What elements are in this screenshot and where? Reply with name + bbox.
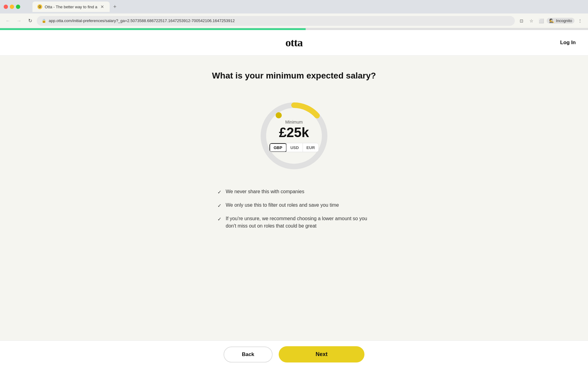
incognito-badge: 🕵 Incognito bbox=[547, 18, 575, 24]
cast-icon[interactable]: ⊡ bbox=[517, 17, 526, 25]
dial-center: Minimum £25k GBP USD EUR bbox=[269, 120, 319, 152]
incognito-label: Incognito bbox=[556, 18, 572, 23]
new-tab-button[interactable]: + bbox=[110, 2, 120, 12]
page-title: What is your minimum expected salary? bbox=[212, 71, 376, 81]
check-icon-2: ✓ bbox=[217, 202, 221, 209]
tab-bar: O Otta - The better way to find a ✕ + bbox=[29, 2, 123, 12]
dial-handle bbox=[276, 112, 282, 118]
dial-label: Minimum bbox=[269, 120, 319, 125]
checklist-text-1: We never share this with companies bbox=[226, 188, 304, 195]
browser-chrome: O Otta - The better way to find a ✕ + ← … bbox=[0, 0, 588, 28]
checklist-text-3: If you're unsure, we recommend choosing … bbox=[226, 215, 371, 230]
checklist: ✓ We never share this with companies ✓ W… bbox=[217, 188, 371, 230]
main-content: What is your minimum expected salary? Mi… bbox=[0, 56, 588, 285]
salary-dial[interactable]: Minimum £25k GBP USD EUR bbox=[254, 96, 334, 176]
dial-value: £25k bbox=[269, 126, 319, 139]
checklist-text-2: We only use this to filter out roles and… bbox=[226, 201, 339, 209]
close-window-button[interactable] bbox=[4, 5, 8, 9]
bottom-nav: Back Next bbox=[0, 340, 588, 368]
url-text: app.otta.com/initial-preferences/salary?… bbox=[49, 18, 510, 23]
app-header: otta Log In bbox=[0, 30, 588, 56]
titlebar: O Otta - The better way to find a ✕ + bbox=[0, 0, 588, 13]
app-wrapper: otta Log In What is your minimum expecte… bbox=[0, 28, 588, 353]
list-item: ✓ If you're unsure, we recommend choosin… bbox=[217, 215, 371, 230]
browser-toolbar: ← → ↻ 🔒 app.otta.com/initial-preferences… bbox=[0, 13, 588, 28]
menu-icon[interactable]: ⋮ bbox=[576, 17, 584, 25]
back-button[interactable]: Back bbox=[224, 347, 273, 362]
minimize-window-button[interactable] bbox=[10, 5, 14, 9]
lock-icon: 🔒 bbox=[42, 19, 46, 23]
check-icon-3: ✓ bbox=[217, 216, 221, 223]
tab-favicon: O bbox=[37, 4, 42, 9]
forward-navigation-button[interactable]: → bbox=[15, 17, 23, 25]
toolbar-actions: ⊡ ☆ ⬜ 🕵 Incognito ⋮ bbox=[517, 17, 584, 25]
address-bar[interactable]: 🔒 app.otta.com/initial-preferences/salar… bbox=[37, 16, 515, 26]
tab-title: Otta - The better way to find a bbox=[45, 5, 97, 9]
active-tab[interactable]: O Otta - The better way to find a ✕ bbox=[32, 2, 110, 12]
login-button[interactable]: Log In bbox=[560, 40, 576, 46]
next-button[interactable]: Next bbox=[279, 346, 364, 362]
reload-button[interactable]: ↻ bbox=[26, 17, 34, 25]
currency-gbp-button[interactable]: GBP bbox=[269, 143, 286, 152]
traffic-lights bbox=[4, 5, 20, 9]
currency-selector[interactable]: GBP USD EUR bbox=[269, 143, 319, 152]
currency-usd-button[interactable]: USD bbox=[286, 143, 302, 152]
fullscreen-window-button[interactable] bbox=[16, 5, 20, 9]
extension-icon[interactable]: ⬜ bbox=[537, 17, 545, 25]
otta-logo[interactable]: otta bbox=[285, 36, 303, 49]
list-item: ✓ We only use this to filter out roles a… bbox=[217, 201, 371, 209]
currency-eur-button[interactable]: EUR bbox=[303, 143, 318, 152]
list-item: ✓ We never share this with companies bbox=[217, 188, 371, 196]
back-navigation-button[interactable]: ← bbox=[4, 17, 12, 25]
check-icon-1: ✓ bbox=[217, 189, 221, 196]
incognito-icon: 🕵 bbox=[549, 18, 554, 23]
bookmark-icon[interactable]: ☆ bbox=[527, 17, 536, 25]
tab-close-button[interactable]: ✕ bbox=[100, 4, 105, 9]
